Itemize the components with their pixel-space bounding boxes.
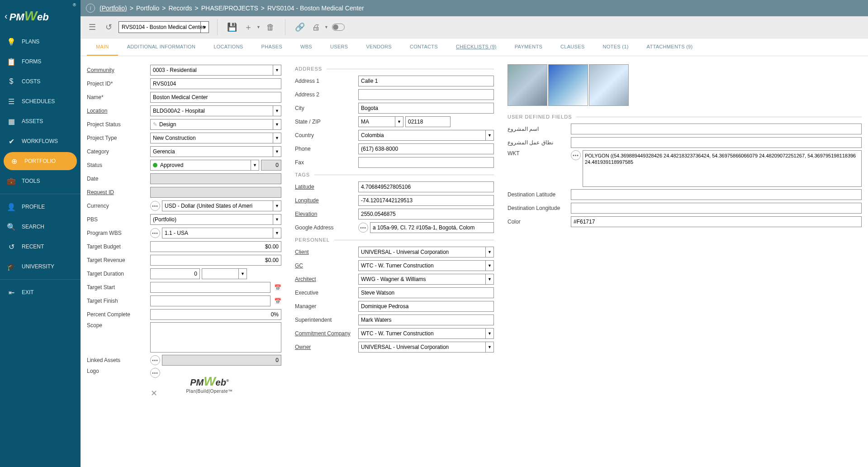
chevron-down-icon[interactable]: ▼ — [324, 25, 328, 29]
dest-lng-input[interactable] — [571, 203, 862, 214]
label-client[interactable]: Client — [295, 249, 358, 255]
gc-select[interactable]: WTC - W. Turner Construction▼ — [358, 260, 494, 271]
program-wbs-select[interactable]: 1.1 - USA▼ — [162, 228, 281, 238]
breadcrumb-root[interactable]: (Portfolio) — [100, 5, 127, 12]
target-duration-input[interactable] — [150, 268, 200, 279]
nav-assets[interactable]: ▦ASSETS — [0, 111, 81, 131]
tab-wbs[interactable]: WBS — [291, 38, 321, 56]
ellipsis-button[interactable]: ••• — [150, 201, 160, 211]
nav-exit[interactable]: ⇤EXIT — [0, 282, 81, 302]
target-start-input[interactable] — [150, 282, 270, 293]
info-icon[interactable]: i — [86, 4, 95, 13]
community-select[interactable]: 0003 - Residential▼ — [150, 65, 281, 76]
longitude-input[interactable] — [358, 195, 494, 206]
udf1-input[interactable] — [571, 124, 862, 134]
percent-complete-input[interactable] — [150, 309, 281, 320]
ellipsis-button[interactable]: ••• — [358, 223, 368, 233]
zip-input[interactable] — [405, 116, 451, 127]
client-select[interactable]: UNIVERSAL - Universal Corporation▼ — [358, 247, 494, 257]
list-icon[interactable]: ☰ — [86, 21, 99, 33]
wkt-textarea[interactable]: POLYGON ((54.369889449328426 24.48218323… — [583, 150, 862, 187]
nav-forms[interactable]: 📋FORMS — [0, 52, 81, 71]
ellipsis-button[interactable]: ••• — [150, 355, 160, 365]
tab-main[interactable]: MAIN — [87, 38, 118, 56]
latitude-input[interactable] — [358, 181, 494, 192]
calendar-icon[interactable]: 📅 — [274, 297, 281, 305]
currency-select[interactable]: USD - Dollar (United States of Ameri▼ — [162, 200, 281, 211]
tab-checklists[interactable]: CHECKLISTS (9) — [447, 38, 506, 56]
label-architect[interactable]: Architect — [295, 276, 358, 282]
location-select[interactable]: BLDG00A2 - Hospital▼ — [150, 105, 281, 116]
phone-input[interactable] — [358, 143, 494, 154]
country-select[interactable]: Colombia▼ — [358, 130, 494, 141]
target-revenue-input[interactable] — [150, 255, 281, 266]
scope-textarea[interactable] — [150, 322, 281, 353]
executive-input[interactable] — [358, 287, 494, 298]
tab-notes[interactable]: NOTES (1) — [594, 38, 638, 56]
tab-clauses[interactable]: CLAUSES — [551, 38, 593, 56]
tab-users[interactable]: USERS — [321, 38, 357, 56]
project-type-select[interactable]: New Construction▼ — [150, 133, 281, 143]
tab-phases[interactable]: PHASES — [252, 38, 291, 56]
tab-contacts[interactable]: CONTACTS — [401, 38, 447, 56]
record-selector[interactable]: RVS0104 - Boston Medical Center ▼ — [119, 21, 209, 33]
city-input[interactable] — [358, 103, 494, 114]
ellipsis-button[interactable]: ••• — [150, 368, 160, 378]
delete-icon[interactable]: 🗑 — [264, 21, 277, 33]
label-elevation[interactable]: Elevation — [295, 211, 358, 217]
thumbnail-image[interactable] — [548, 64, 588, 106]
color-input[interactable] — [571, 216, 862, 227]
nav-search[interactable]: 🔍SEARCH — [0, 217, 81, 237]
breadcrumb-item[interactable]: Portfolio — [136, 5, 159, 12]
nav-recent[interactable]: ↺RECENT — [0, 237, 81, 257]
manager-input[interactable] — [358, 301, 494, 312]
label-location[interactable]: Location — [87, 108, 150, 114]
duration-unit-select[interactable]: ▼ — [202, 268, 247, 279]
address1-input[interactable] — [358, 76, 494, 86]
superintendent-input[interactable] — [358, 315, 494, 325]
nav-university[interactable]: 🎓UNIVERSITY — [0, 257, 81, 276]
dest-lat-input[interactable] — [571, 189, 862, 200]
history-icon[interactable]: ↺ — [102, 21, 115, 33]
project-id-input[interactable] — [150, 78, 281, 89]
label-community[interactable]: Community — [87, 67, 150, 73]
tab-payments[interactable]: PAYMENTS — [506, 38, 551, 56]
ellipsis-button[interactable]: ••• — [571, 150, 581, 160]
category-select[interactable]: Gerencia▼ — [150, 146, 281, 157]
fax-input[interactable] — [358, 157, 494, 168]
nav-tools[interactable]: 💼TOOLS — [0, 171, 81, 191]
commitment-company-select[interactable]: WTC - W. Turner Construction▼ — [358, 328, 494, 339]
nav-schedules[interactable]: ☰SCHEDULES — [0, 91, 81, 111]
label-longitude[interactable]: Longitude — [295, 197, 358, 204]
add-icon[interactable]: ＋ — [242, 21, 255, 33]
target-budget-input[interactable] — [150, 241, 281, 252]
link-icon[interactable]: 🔗 — [294, 21, 306, 33]
project-status-select[interactable]: ✎Design▼ — [150, 119, 281, 130]
tab-additional-information[interactable]: ADDITIONAL INFORMATION — [118, 38, 204, 56]
tab-vendors[interactable]: VENDORS — [357, 38, 401, 56]
nav-plans[interactable]: 💡PLANS — [0, 32, 81, 52]
breadcrumb-item[interactable]: Records — [168, 5, 192, 12]
architect-select[interactable]: WWG - Wagner & Williams▼ — [358, 274, 494, 285]
thumbnail-image[interactable] — [508, 64, 547, 106]
nav-costs[interactable]: $COSTS — [0, 71, 81, 91]
nav-workflows[interactable]: ✔WORKFLOWS — [0, 131, 81, 151]
ellipsis-button[interactable]: ••• — [150, 228, 160, 238]
label-gc[interactable]: GC — [295, 262, 358, 269]
udf2-input[interactable] — [571, 137, 862, 148]
chevron-down-icon[interactable]: ▼ — [256, 25, 261, 29]
label-latitude[interactable]: Latitude — [295, 184, 358, 190]
elevation-input[interactable] — [358, 209, 494, 219]
close-icon[interactable]: ✕ — [151, 388, 157, 398]
label-owner[interactable]: Owner — [295, 344, 358, 350]
label-commitment-company[interactable]: Commitment Company — [295, 330, 358, 337]
save-icon[interactable]: 💾 — [226, 21, 238, 33]
nav-profile[interactable]: 👤PROFILE — [0, 197, 81, 217]
print-icon[interactable]: 🖨 — [310, 21, 323, 33]
state-select[interactable]: MA▼ — [358, 116, 403, 127]
owner-select[interactable]: UNIVERSAL - Universal Corporation▼ — [358, 342, 494, 353]
address2-input[interactable] — [358, 89, 494, 100]
nav-portfolio[interactable]: ⊕PORTFOLIO — [4, 152, 77, 170]
tab-locations[interactable]: LOCATIONS — [204, 38, 252, 56]
toggle-switch[interactable] — [332, 21, 345, 33]
